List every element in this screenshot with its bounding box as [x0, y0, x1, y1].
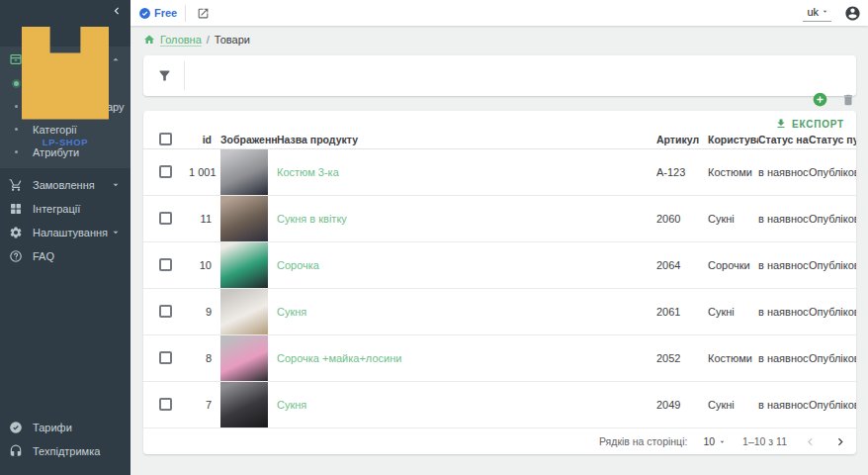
product-category: Костюми — [708, 352, 758, 364]
product-availability: в наявності — [758, 352, 809, 364]
free-seal-icon — [138, 7, 151, 20]
product-image — [220, 242, 268, 288]
product-publish-status: Опубліковано — [809, 352, 856, 364]
column-publish-status: Статус пуб... — [809, 134, 856, 145]
table-body: 1 001Костюм 3-каA-123Костюмив наявностіО… — [143, 149, 856, 428]
caret-down-icon — [821, 7, 829, 16]
row-checkbox[interactable] — [159, 258, 172, 271]
product-sku: 2060 — [656, 213, 708, 225]
product-sku: A-123 — [656, 166, 708, 178]
product-image — [220, 335, 268, 381]
filter-funnel-icon[interactable] — [157, 68, 172, 83]
products-table-card: ЕКСПОРТ id Зображення Назва продукту Арт… — [143, 111, 856, 454]
product-name-link[interactable]: Сукня в квітку — [277, 213, 347, 225]
column-availability: Статус ная... — [758, 134, 809, 145]
product-name-link[interactable]: Сорочка +майка+лосини — [277, 352, 401, 364]
product-name-link[interactable]: Костюм 3-ка — [277, 166, 339, 178]
gear-icon — [9, 226, 23, 239]
topbar-divider — [185, 5, 186, 22]
sidebar-item-orders[interactable]: Замовлення — [0, 173, 130, 197]
product-availability: в наявності — [758, 259, 809, 271]
chevron-down-icon — [110, 179, 122, 191]
row-checkbox[interactable] — [159, 398, 172, 411]
language-select[interactable]: uk — [803, 5, 831, 22]
headset-icon — [9, 444, 23, 458]
row-checkbox[interactable] — [159, 351, 172, 364]
table-header-row: id Зображення Назва продукту Артикул Кор… — [143, 131, 856, 149]
column-name: Назва продукту — [277, 134, 656, 145]
table-row: 10Сорочка2064Сорочкив наявностіОпубліков… — [143, 242, 856, 289]
product-image — [220, 382, 268, 428]
plan-badge[interactable]: Free — [130, 7, 177, 20]
help-icon — [9, 249, 23, 263]
sidebar-item-integrations[interactable]: Інтеграції — [0, 197, 130, 221]
table-row: 9Сукня2061Сукнів наявностіОпубліковано — [143, 289, 856, 335]
previous-page-icon[interactable] — [803, 434, 818, 449]
brand-name: LP-SHOP — [0, 137, 130, 147]
product-sku: 2064 — [656, 259, 708, 271]
topbar: Free uk — [130, 0, 868, 26]
sidebar-item-tariffs[interactable]: Тарифи — [0, 416, 130, 439]
breadcrumb-current: Товари — [215, 34, 250, 46]
sidebar: LP-SHOP Товари Список товарів Створення … — [0, 0, 130, 475]
sidebar-item-faq[interactable]: FAQ — [0, 244, 130, 268]
product-category: Сорочки — [708, 259, 758, 271]
select-all-checkbox[interactable] — [159, 133, 172, 145]
product-name-link[interactable]: Сукня — [277, 399, 306, 411]
product-availability: в наявності — [758, 213, 809, 225]
sidebar-item-settings[interactable]: Налаштування — [0, 221, 130, 244]
product-publish-status: Опубліковано — [809, 259, 856, 271]
bullet-icon — [9, 150, 23, 153]
cart-icon — [9, 178, 23, 192]
export-button[interactable]: ЕКСПОРТ — [775, 118, 844, 130]
product-image — [220, 149, 268, 195]
verified-badge-icon — [9, 421, 23, 434]
account-avatar-icon[interactable] — [844, 5, 861, 22]
product-id: 10 — [189, 259, 220, 271]
rows-per-page-label: Рядків на сторінці: — [599, 435, 687, 447]
product-publish-status: Опубліковано — [809, 213, 856, 225]
product-category: Сукні — [708, 306, 758, 318]
product-availability: в наявності — [758, 399, 809, 411]
product-image — [220, 196, 268, 241]
filter-divider — [184, 61, 185, 90]
table-row: 1 001Костюм 3-каA-123Костюмив наявностіО… — [143, 149, 856, 196]
column-category: Користувац... — [708, 134, 758, 145]
brand-logo: LP-SHOP — [0, 0, 130, 47]
sidebar-item-support[interactable]: Техпідтримка — [0, 439, 130, 463]
breadcrumb-home-link[interactable]: Головна — [160, 34, 202, 46]
product-publish-status: Опубліковано — [809, 166, 856, 178]
product-category: Сукні — [708, 213, 758, 225]
next-page-icon[interactable] — [833, 434, 848, 449]
sidebar-collapse-icon[interactable] — [110, 4, 124, 18]
row-checkbox[interactable] — [159, 165, 172, 178]
language-value: uk — [807, 6, 819, 18]
product-name-link[interactable]: Сукня — [277, 306, 306, 318]
product-image — [220, 289, 268, 334]
product-publish-status: Опубліковано — [809, 399, 856, 411]
product-name-link[interactable]: Сорочка — [277, 259, 319, 271]
chevron-down-icon — [110, 227, 122, 238]
delete-icon[interactable] — [841, 93, 855, 107]
plan-label: Free — [154, 7, 177, 19]
breadcrumb-separator: / — [207, 34, 210, 46]
rows-per-page-select[interactable]: 10 — [703, 435, 727, 447]
product-sku: 2052 — [656, 352, 708, 364]
add-product-button[interactable] — [813, 92, 827, 107]
grid-icon — [9, 202, 23, 216]
column-image: Зображення — [220, 134, 277, 145]
open-in-new-icon[interactable] — [197, 7, 210, 20]
shopping-bag-logo-icon — [0, 5, 130, 136]
row-checkbox[interactable] — [159, 305, 172, 318]
download-icon — [775, 118, 787, 130]
table-row: 7Сукня2049Сукнів наявностіОпубліковано — [143, 382, 856, 428]
breadcrumb: Головна / Товари — [130, 26, 868, 52]
table-row: 11Сукня в квітку2060Сукнів наявностіОпуб… — [143, 196, 856, 242]
column-id: id — [189, 134, 220, 145]
row-checkbox[interactable] — [159, 212, 172, 225]
product-category: Сукні — [708, 399, 758, 411]
product-availability: в наявності — [758, 306, 809, 318]
home-icon — [143, 34, 155, 46]
filter-bar — [143, 55, 856, 96]
product-id: 9 — [189, 306, 220, 318]
